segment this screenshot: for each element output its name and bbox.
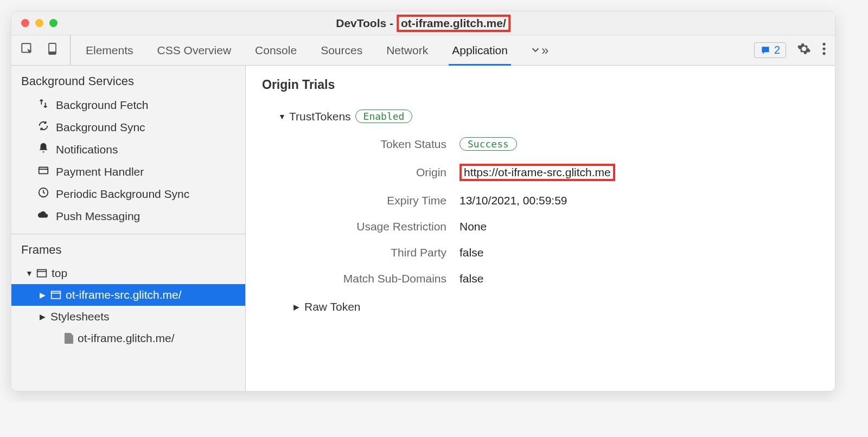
panel-tabs: Elements CSS Overview Console Sources Ne… (74, 35, 749, 65)
frame-selected[interactable]: ▶ ot-iframe-src.glitch.me/ (11, 284, 245, 306)
devtools-window: DevTools - ot-iframe.glitch.me/ Elements… (11, 11, 835, 391)
window-title: DevTools - ot-iframe.glitch.me/ (336, 15, 510, 32)
frames-tree: ▼ top ▶ ot-iframe-src.glitch.me/ ▶ Style… (11, 262, 245, 357)
clock-icon (37, 187, 49, 201)
chevron-right-icon[interactable]: ▶ (293, 303, 300, 311)
svg-rect-8 (37, 269, 47, 277)
updown-icon (37, 98, 49, 112)
frame-top[interactable]: ▼ top (11, 262, 245, 284)
messages-count: 2 (774, 44, 780, 56)
document-label: ot-iframe.glitch.me/ (78, 332, 175, 345)
toolbar-left-icons (20, 35, 71, 65)
card-icon (37, 164, 49, 179)
minimize-button[interactable] (35, 19, 43, 27)
frames-heading: Frames (11, 241, 245, 262)
chevron-right-icon[interactable]: ▶ (40, 312, 46, 321)
sidebar-item-label: Push Messaging (56, 210, 140, 223)
sidebar-item-label: Notifications (56, 143, 118, 156)
sidebar-item-label: Periodic Background Sync (56, 188, 189, 201)
main-toolbar: Elements CSS Overview Console Sources Ne… (11, 35, 835, 66)
bg-services-heading: Background Services (11, 66, 245, 94)
svg-point-4 (822, 47, 825, 50)
trial-details-grid: Token Status Success Origin https://ot-i… (278, 137, 819, 285)
svg-point-5 (822, 52, 825, 55)
frame-icon (50, 290, 61, 300)
kebab-icon[interactable] (822, 42, 826, 59)
sync-icon (37, 120, 49, 134)
expiry-label: Expiry Time (278, 194, 446, 207)
token-status-value: Success (459, 137, 819, 151)
sidebar-item-label: Background Sync (56, 121, 145, 134)
sidebar-item-push[interactable]: Push Messaging (11, 205, 245, 227)
sidebar-item-periodic-sync[interactable]: Periodic Background Sync (11, 183, 245, 205)
origin-value: https://ot-iframe-src.glitch.me (459, 164, 819, 181)
origin-trials-heading: Origin Trials (262, 78, 819, 92)
tab-network[interactable]: Network (374, 35, 440, 65)
trial-row[interactable]: ▼ TrustTokens Enabled (278, 110, 819, 123)
device-toggle-icon[interactable] (46, 42, 59, 59)
sidebar-item-notifications[interactable]: Notifications (11, 138, 245, 160)
document-icon (65, 333, 73, 344)
third-party-label: Third Party (278, 246, 446, 259)
match-sub-label: Match Sub-Domains (278, 272, 446, 285)
cloud-icon (37, 209, 49, 223)
bell-icon (37, 142, 49, 157)
folder-label: Stylesheets (50, 310, 110, 323)
gear-icon[interactable] (797, 42, 811, 59)
svg-rect-9 (52, 291, 61, 298)
raw-token-row[interactable]: ▶ Raw Token (293, 300, 819, 313)
usage-value: None (459, 220, 819, 233)
panel-body: Background Services Background Fetch Bac… (11, 66, 835, 391)
application-sidebar: Background Services Background Fetch Bac… (11, 66, 246, 391)
sidebar-item-payment[interactable]: Payment Handler (11, 160, 245, 183)
svg-point-3 (822, 43, 825, 46)
sidebar-item-bg-fetch[interactable]: Background Fetch (11, 94, 245, 116)
expiry-value: 13/10/2021, 00:59:59 (459, 194, 819, 207)
sidebar-item-bg-sync[interactable]: Background Sync (11, 116, 245, 138)
raw-token-label: Raw Token (304, 300, 361, 313)
trial-name: TrustTokens (289, 110, 351, 123)
usage-label: Usage Restriction (278, 220, 446, 233)
messages-badge[interactable]: 2 (754, 42, 786, 58)
inspect-icon[interactable] (20, 42, 34, 59)
token-status-label: Token Status (278, 138, 446, 151)
more-tabs-icon[interactable]: » (520, 35, 558, 65)
frame-label: top (52, 267, 67, 280)
tab-css-overview[interactable]: CSS Overview (145, 35, 244, 65)
chevron-right-icon[interactable]: ▶ (40, 291, 46, 299)
svg-rect-2 (49, 52, 56, 54)
enabled-badge: Enabled (355, 110, 413, 123)
sidebar-item-label: Background Fetch (56, 99, 148, 112)
close-button[interactable] (21, 19, 29, 27)
tab-sources[interactable]: Sources (309, 35, 374, 65)
sidebar-divider (11, 234, 245, 234)
success-badge: Success (459, 137, 517, 151)
main-content: Origin Trials ▼ TrustTokens Enabled Toke… (246, 66, 835, 391)
tab-application[interactable]: Application (440, 35, 520, 65)
title-url-highlight: ot-iframe.glitch.me/ (397, 15, 510, 32)
frame-document[interactable]: ot-iframe.glitch.me/ (11, 327, 245, 349)
third-party-value: false (459, 246, 819, 259)
svg-rect-6 (39, 168, 48, 174)
frame-label: ot-iframe-src.glitch.me/ (66, 288, 182, 301)
frame-icon (36, 268, 47, 278)
tab-console[interactable]: Console (243, 35, 309, 65)
tab-elements[interactable]: Elements (74, 35, 145, 65)
sidebar-item-label: Payment Handler (56, 165, 144, 178)
title-prefix: DevTools - (336, 17, 393, 30)
frame-stylesheets[interactable]: ▶ Stylesheets (11, 306, 245, 327)
match-sub-value: false (459, 272, 819, 285)
traffic-lights (21, 19, 58, 27)
toolbar-right: 2 (749, 35, 826, 65)
origin-highlight: https://ot-iframe-src.glitch.me (459, 164, 615, 181)
chevron-down-icon[interactable]: ▼ (25, 269, 32, 278)
titlebar: DevTools - ot-iframe.glitch.me/ (11, 11, 835, 35)
origin-label: Origin (278, 166, 446, 179)
chevron-down-icon[interactable]: ▼ (278, 112, 285, 121)
maximize-button[interactable] (49, 19, 58, 27)
